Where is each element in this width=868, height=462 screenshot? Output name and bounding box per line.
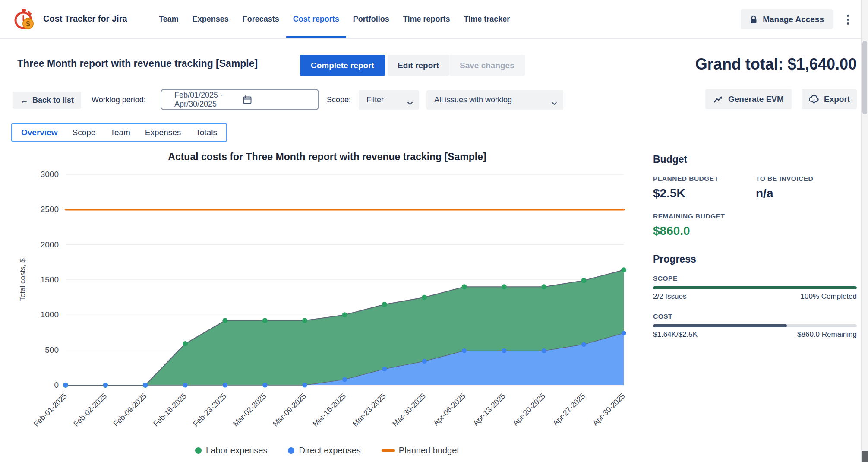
legend-label: Labor expenses [206,446,267,456]
nav-item-expenses[interactable]: Expenses [186,0,236,38]
svg-text:Feb-09-2025: Feb-09-2025 [112,392,148,428]
issues-scope-select[interactable]: All issues with worklog [426,90,563,110]
evm-chart-icon [713,94,723,104]
svg-text:3000: 3000 [41,170,59,179]
legend-item-planned-budget[interactable]: Planned budget [382,446,459,456]
svg-text:Apr-30-2025: Apr-30-2025 [591,392,627,427]
legend-swatch-circle [288,447,294,454]
cost-progress-label: COST [653,313,857,320]
scope-progress-left: 2/2 Issues [653,292,687,301]
nav-item-time-reports[interactable]: Time reports [396,0,457,38]
chevron-down-icon [407,98,413,108]
scope-progress-bar [653,286,857,289]
manage-access-button[interactable]: Manage Access [741,9,833,29]
legend-item-labor-expenses[interactable]: Labor expenses [195,446,267,456]
manage-access-label: Manage Access [763,15,824,24]
scope-label: Scope: [327,95,351,104]
svg-text:0: 0 [54,380,59,389]
scope-filter-select[interactable]: Filter [359,90,419,110]
export-button[interactable]: Export [802,89,857,109]
worklog-period-input[interactable]: Feb/01/2025 - Apr/30/2025 [161,89,319,110]
nav-item-forecasts[interactable]: Forecasts [236,0,286,38]
worklog-period-label: Worklog period: [92,95,146,104]
generate-evm-button[interactable]: Generate EVM [705,89,792,109]
scrollbar-corner [862,451,868,462]
svg-text:1000: 1000 [41,310,59,319]
to-be-invoiced-value: n/a [756,187,813,200]
svg-text:Feb-23-2025: Feb-23-2025 [191,392,228,428]
vertical-scrollbar[interactable] [861,0,868,462]
generate-evm-label: Generate EVM [728,95,784,104]
svg-text:Apr-27-2025: Apr-27-2025 [551,392,587,427]
cost-progress-left: $1.64K/$2.5K [653,330,698,339]
svg-text:1500: 1500 [41,275,59,284]
export-label: Export [824,95,850,104]
save-changes-button[interactable]: Save changes [449,55,525,76]
legend-swatch-line [382,449,395,452]
progress-heading: Progress [653,253,857,265]
remaining-budget-label: REMAINING BUDGET [653,212,857,220]
chart-legend: Labor expensesDirect expensesPlanned bud… [12,446,642,456]
budget-heading: Budget [653,154,857,165]
more-options-button[interactable] [844,13,852,26]
svg-text:Mar-23-2025: Mar-23-2025 [351,392,388,428]
tab-expenses[interactable]: Expenses [138,124,188,141]
legend-swatch-circle [195,447,202,454]
scope-progress-right: 100% Completed [801,292,857,301]
svg-text:2500: 2500 [41,205,59,214]
remaining-budget-value: $860.0 [653,224,857,238]
planned-budget-value: $2.5K [653,187,756,200]
legend-label: Direct expenses [299,446,360,456]
primary-nav: TeamExpensesForecastsCost reportsPortfol… [152,0,517,38]
svg-text:Mar-09-2025: Mar-09-2025 [271,392,308,428]
svg-text:Apr-06-2025: Apr-06-2025 [431,392,467,427]
tab-team[interactable]: Team [103,124,137,141]
svg-text:Feb-01-2025: Feb-01-2025 [32,392,69,428]
svg-text:Apr-20-2025: Apr-20-2025 [511,392,547,427]
scope-filter-value: Filter [366,95,384,104]
tab-overview[interactable]: Overview [14,124,65,141]
complete-report-button[interactable]: Complete report [300,55,385,76]
back-to-list-button[interactable]: ← Back to list [13,92,81,109]
export-cloud-icon [808,94,820,104]
budget-sidebar: Budget PLANNED BUDGET $2.5K TO BE INVOIC… [653,154,857,351]
issues-scope-value: All issues with worklog [434,95,512,104]
to-be-invoiced-label: TO BE INVOICED [756,175,813,183]
cost-progress-right: $860.0 Remaining [797,330,857,339]
tab-scope[interactable]: Scope [65,124,103,141]
calendar-icon[interactable] [243,95,311,104]
back-to-list-label: Back to list [32,96,74,105]
svg-text:Mar-16-2025: Mar-16-2025 [311,392,347,428]
nav-item-cost-reports[interactable]: Cost reports [286,0,346,38]
legend-item-direct-expenses[interactable]: Direct expenses [288,446,360,456]
svg-text:2000: 2000 [41,240,59,249]
planned-budget-label: PLANNED BUDGET [653,175,756,183]
report-tabs: OverviewScopeTeamExpensesTotals [11,123,227,142]
svg-text:Mar-02-2025: Mar-02-2025 [231,392,268,428]
nav-item-portfolios[interactable]: Portfolios [346,0,396,38]
chevron-down-icon [551,98,557,108]
svg-text:500: 500 [45,345,59,354]
chart-title: Actual costs for Three Month report with… [12,151,642,163]
worklog-period-value: Feb/01/2025 - Apr/30/2025 [174,91,243,109]
app-title: Cost Tracker for Jira [43,14,127,24]
tab-totals[interactable]: Totals [188,124,224,141]
edit-report-button[interactable]: Edit report [388,55,449,76]
nav-item-time-tracker[interactable]: Time tracker [457,0,517,38]
cost-progress-bar [653,324,857,327]
scrollbar-thumb[interactable] [862,41,867,114]
nav-item-team[interactable]: Team [152,0,186,38]
top-navigation-bar: $ Cost Tracker for Jira TeamExpensesFore… [0,0,868,39]
report-title: Three Month report with revenue tracking… [17,58,258,70]
svg-text:Feb-02-2025: Feb-02-2025 [72,392,108,428]
svg-text:Feb-16-2025: Feb-16-2025 [152,392,188,428]
svg-text:Mar-30-2025: Mar-30-2025 [391,392,427,428]
legend-label: Planned budget [399,446,459,456]
lock-icon [749,15,758,24]
svg-text:$: $ [26,20,30,28]
svg-text:Total costs, $: Total costs, $ [19,258,27,301]
grand-total: Grand total: $1,640.00 [695,55,857,73]
cost-chart: 050010001500200025003000Feb-01-2025Feb-0… [12,166,642,444]
svg-text:Apr-13-2025: Apr-13-2025 [471,392,507,427]
app-logo-icon[interactable]: $ [12,8,35,31]
